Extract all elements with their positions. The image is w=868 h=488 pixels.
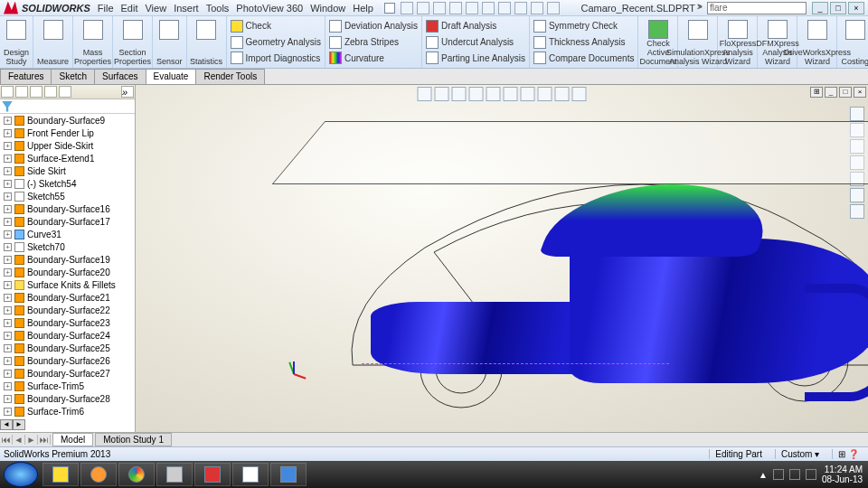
menu-insert[interactable]: Insert [174, 3, 199, 14]
tree-item[interactable]: +Boundary-Surface27 [0, 367, 135, 380]
doc-viewport-icon[interactable]: ⊞ [810, 87, 823, 98]
tab-sketch[interactable]: Sketch [51, 69, 95, 84]
tb-firefox[interactable] [80, 463, 117, 486]
menu-edit[interactable]: Edit [121, 3, 138, 14]
doc-restore[interactable]: □ [839, 87, 852, 98]
tree-item[interactable]: +Surface-Extend1 [0, 152, 135, 164]
options-icon[interactable] [531, 2, 543, 14]
rebuild-icon[interactable] [514, 2, 527, 14]
viewport[interactable]: ⊞ _ □ × [136, 85, 868, 432]
tb-chrome[interactable] [118, 463, 155, 486]
tree-item[interactable]: +Surface-Trim6 [0, 405, 135, 418]
zoom-area-icon[interactable] [435, 87, 449, 101]
fm-tab-5[interactable] [59, 86, 71, 98]
fm-tab-2[interactable] [15, 86, 28, 98]
select-icon[interactable] [498, 2, 511, 14]
tree-item[interactable]: +Side Skirt [0, 164, 135, 177]
ribbon-import-diagnostics[interactable]: Import Diagnostics [231, 50, 321, 66]
ribbon-thickness-analysis[interactable]: Thickness Analysis [533, 34, 634, 51]
status-unit[interactable]: Custom ▾ [775, 449, 825, 459]
scene-icon[interactable] [555, 87, 570, 101]
ribbon-design[interactable]: DesignStudy [0, 16, 33, 68]
doc-minimize[interactable]: _ [825, 87, 837, 98]
tree-item[interactable]: +Boundary-Surface28 [0, 392, 135, 405]
menu-view[interactable]: View [145, 3, 166, 14]
undo-icon[interactable] [466, 2, 478, 14]
tree-item[interactable]: +Front Fender Lip [0, 127, 135, 139]
ribbon-sensor[interactable]: Sensor [153, 16, 187, 68]
tree-item[interactable]: +Boundary-Surface16 [0, 202, 135, 215]
tab-motion-study[interactable]: Motion Study 1 [95, 433, 172, 446]
tree-item[interactable]: +Surface-Trim5 [0, 380, 135, 392]
tab-next[interactable]: ► [25, 435, 38, 445]
tree-item[interactable]: +Boundary-Surface19 [0, 253, 135, 266]
tab-first[interactable]: ⏮ [0, 435, 13, 445]
new-icon[interactable] [401, 2, 413, 14]
hide-show-icon[interactable] [521, 87, 535, 101]
tray-clock[interactable]: 11:24 AM08-Jun-13 [822, 465, 863, 484]
maximize-button[interactable]: □ [830, 2, 846, 14]
tree-item[interactable]: +Sketch70 [0, 240, 135, 253]
tab-features[interactable]: Features [0, 69, 52, 84]
help-icon[interactable] [547, 2, 560, 14]
tab-surfaces[interactable]: Surfaces [94, 69, 146, 84]
ribbon-geometry-analysis[interactable]: Geometry Analysis [231, 34, 321, 51]
tab-evaluate[interactable]: Evaluate [146, 69, 197, 84]
tree-item[interactable]: +Boundary-Surface17 [0, 215, 135, 228]
ribbon-mass[interactable]: MassProperties [73, 16, 113, 68]
tab-model[interactable]: Model [52, 433, 93, 446]
tree-item[interactable]: +Upper Side-Skirt [0, 139, 135, 152]
ribbon-driveworksxpress[interactable]: DriveWorksXpressWizard [797, 16, 837, 68]
tb-paint[interactable] [270, 463, 307, 486]
status-icons[interactable]: ⊞ ❓ [832, 449, 864, 459]
ribbon-deviation-analysis[interactable]: Deviation Analysis [329, 18, 418, 34]
tab-last[interactable]: ⏭ [38, 435, 51, 445]
ribbon-compare-documents[interactable]: Compare Documents [533, 50, 634, 66]
resources-icon[interactable] [850, 107, 864, 121]
appearance-icon[interactable] [538, 87, 552, 101]
menu-window[interactable]: Window [310, 3, 345, 14]
prev-view-icon[interactable] [452, 87, 467, 101]
open-icon[interactable] [417, 2, 429, 14]
ribbon-statistics[interactable]: Statistics [187, 16, 227, 68]
tree-item[interactable]: +Boundary-Surface25 [0, 342, 135, 354]
feature-tree[interactable]: +Boundary-Surface9+Front Fender Lip+Uppe… [0, 114, 135, 419]
tray-up-icon[interactable]: ▲ [759, 470, 768, 480]
menu-help[interactable]: Help [353, 3, 373, 14]
filter-bar[interactable] [0, 99, 135, 114]
scroll-left[interactable]: ◄ [0, 419, 13, 430]
menu-photoview-360[interactable]: PhotoView 360 [236, 3, 303, 14]
ribbon-section[interactable]: SectionProperties [113, 16, 153, 68]
ribbon-symmetry-check[interactable]: Symmetry Check [533, 18, 634, 34]
doc-close[interactable]: × [854, 87, 866, 98]
close-button[interactable]: × [848, 2, 864, 14]
tree-item[interactable]: +Boundary-Surface24 [0, 329, 135, 342]
start-button[interactable] [4, 462, 38, 487]
ribbon-check[interactable]: Check [231, 18, 321, 34]
menu-pin-icon[interactable] [384, 3, 395, 14]
fm-tab-3[interactable] [30, 86, 42, 98]
ribbon-simulationxpress[interactable]: SimulationXpressAnalysis Wizard [678, 16, 718, 68]
ribbon-zebra-stripes[interactable]: Zebra Stripes [329, 34, 418, 51]
tb-app2[interactable] [232, 463, 269, 486]
tb-solidworks[interactable] [194, 463, 231, 486]
tree-item[interactable]: +Curve31 [0, 228, 135, 240]
fm-tab-1[interactable] [1, 86, 14, 98]
section-view-icon[interactable] [469, 87, 484, 101]
fm-collapse[interactable]: » [121, 86, 134, 98]
tab-prev[interactable]: ◄ [13, 435, 25, 445]
search-input[interactable]: flare [707, 2, 807, 14]
view-orient-icon[interactable] [486, 87, 501, 101]
ribbon-draft-analysis[interactable]: Draft Analysis [426, 18, 525, 34]
tray-flag-icon[interactable] [773, 469, 784, 480]
ribbon-floxpress[interactable]: FloXpressAnalysisWizard [718, 16, 758, 68]
ribbon-undercut-analysis[interactable]: Undercut Analysis [426, 34, 525, 51]
tree-item[interactable]: +Surface Knits & Fillets [0, 278, 135, 291]
display-style-icon[interactable] [504, 87, 518, 101]
tree-item[interactable]: +Sketch55 [0, 190, 135, 202]
view-settings-icon[interactable] [572, 87, 587, 101]
tree-item[interactable]: +Boundary-Surface21 [0, 291, 135, 304]
menu-file[interactable]: File [98, 3, 114, 14]
tray-volume-icon[interactable] [806, 469, 816, 480]
tree-item[interactable]: +Boundary-Surface22 [0, 304, 135, 316]
